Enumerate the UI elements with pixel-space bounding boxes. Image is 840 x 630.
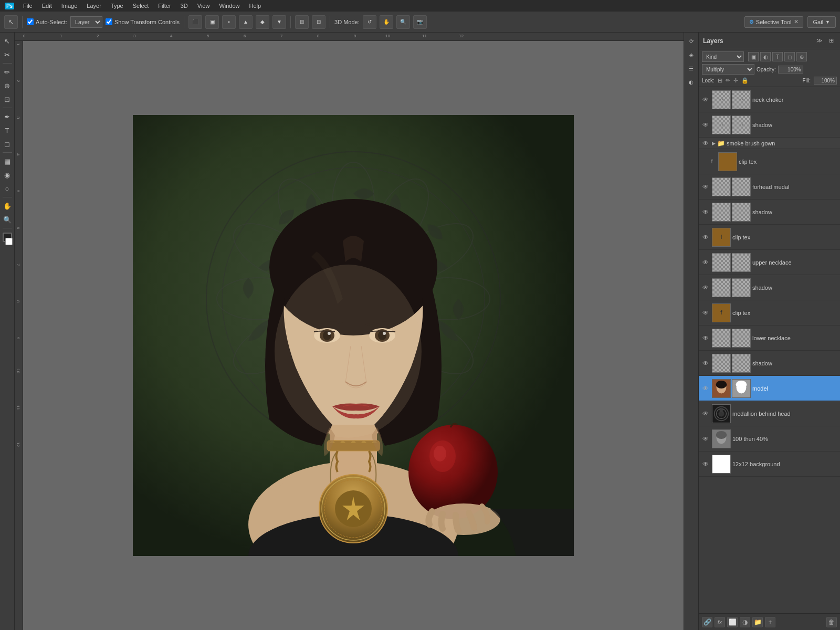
pen-tool[interactable]: ✒ xyxy=(1,110,14,123)
canvas-background[interactable] xyxy=(23,41,684,630)
align-right-btn[interactable]: ▪ xyxy=(222,15,236,29)
layer-adjustment-btn[interactable]: ◑ xyxy=(740,617,750,627)
eye-shadow-4[interactable]: 👁 xyxy=(701,359,710,368)
distribute-v-btn[interactable]: ⊟ xyxy=(312,15,326,29)
brush-tool[interactable]: ✏ xyxy=(1,66,14,78)
layer-12x12-background[interactable]: 👁 12x12 background xyxy=(699,452,840,477)
align-middle-btn[interactable]: ◆ xyxy=(256,15,269,29)
align-center-btn[interactable]: ▣ xyxy=(205,15,219,29)
layer-link-btn[interactable]: 🔗 xyxy=(702,617,712,627)
opacity-input[interactable] xyxy=(778,66,803,74)
lock-all-icon[interactable]: 🔒 xyxy=(741,77,749,84)
transform-check[interactable] xyxy=(106,18,112,25)
lock-transparent-icon[interactable]: ⊞ xyxy=(718,77,722,84)
menu-3d[interactable]: 3D xyxy=(176,2,192,10)
eye-upper-necklace[interactable]: 👁 xyxy=(701,258,710,267)
menu-view[interactable]: View xyxy=(193,2,214,10)
layer-clip-tex-1[interactable]: f clip tex xyxy=(699,149,840,174)
menu-layer[interactable]: Layer xyxy=(82,2,106,10)
eye-clip-tex-2[interactable]: 👁 xyxy=(701,233,710,242)
gradient-tool[interactable]: ▦ xyxy=(1,155,14,167)
layer-shadow-1[interactable]: 👁 ·· ·· shadow xyxy=(699,112,840,138)
dodge-tool[interactable]: ○ xyxy=(1,182,14,195)
auto-select-type[interactable]: Layer Group xyxy=(70,16,102,28)
menu-select[interactable]: Select xyxy=(129,2,153,10)
layer-forhead-medal[interactable]: 👁 · · forhead medal xyxy=(699,174,840,200)
eye-shadow-3[interactable]: 👁 xyxy=(701,283,710,292)
filter-smart-icon[interactable]: ⊕ xyxy=(796,52,807,61)
layer-shadow-2[interactable]: 👁 · · shadow xyxy=(699,200,840,225)
eye-clip-tex-1[interactable]: f xyxy=(707,157,717,166)
eye-neck-choker[interactable]: 👁 xyxy=(701,95,710,104)
crop-tool[interactable]: ✂ xyxy=(1,48,14,61)
background-color[interactable] xyxy=(5,238,13,245)
lock-position-icon[interactable]: ✛ xyxy=(733,77,738,84)
align-left-btn[interactable]: ⬛ xyxy=(188,15,202,29)
clone-tool[interactable]: ⊡ xyxy=(1,93,14,106)
layer-mask-btn[interactable]: ⬜ xyxy=(727,617,738,627)
selection-tool[interactable]: ↖ xyxy=(1,35,14,47)
layer-clip-tex-2[interactable]: 👁 f clip tex xyxy=(699,225,840,250)
layer-new-btn[interactable]: + xyxy=(765,617,775,627)
eye-model[interactable]: 👁 xyxy=(701,384,710,393)
hand-tool[interactable]: ✋ xyxy=(1,200,14,212)
menu-image[interactable]: Image xyxy=(57,2,82,10)
filter-adjust-icon[interactable]: ◐ xyxy=(760,52,771,61)
filter-type-icon[interactable]: T xyxy=(772,52,783,61)
3d-pan-btn[interactable]: ✋ xyxy=(380,15,393,29)
distribute-h-btn[interactable]: ⊞ xyxy=(295,15,309,29)
kind-select[interactable]: Kind xyxy=(702,51,744,62)
layer-100-then-40[interactable]: 👁 100 then 40% xyxy=(699,426,840,452)
menu-help[interactable]: Help xyxy=(245,2,266,10)
eye-shadow-2[interactable]: 👁 xyxy=(701,207,710,217)
fill-input[interactable] xyxy=(814,77,837,85)
eye-12x12-background[interactable]: 👁 xyxy=(701,459,710,469)
layer-shadow-4[interactable]: 👁 · · shadow xyxy=(699,351,840,376)
text-tool[interactable]: T xyxy=(1,124,14,136)
layer-fx-btn[interactable]: fx xyxy=(715,617,725,627)
layers-panel-menu[interactable]: ≫ xyxy=(815,36,824,46)
layer-lower-necklace[interactable]: 👁 · · lower necklace xyxy=(699,326,840,351)
layer-delete-btn[interactable]: 🗑 xyxy=(826,617,837,627)
filter-pixel-icon[interactable]: ▣ xyxy=(748,52,759,61)
adjustments-icon[interactable]: ◐ xyxy=(685,76,698,88)
layer-group-btn[interactable]: 📁 xyxy=(752,617,763,627)
menu-window[interactable]: Window xyxy=(215,2,244,10)
move-tool-btn[interactable]: ↖ xyxy=(4,15,18,29)
eye-medallion[interactable]: 👁 xyxy=(701,409,710,418)
eye-100-then-40[interactable]: 👁 xyxy=(701,434,710,444)
library-icon[interactable]: ☰ xyxy=(685,62,698,75)
menu-type[interactable]: Type xyxy=(107,2,128,10)
menu-edit[interactable]: Edit xyxy=(38,2,56,10)
selective-tool-box[interactable]: ⚙ Selective Tool ✕ xyxy=(744,16,803,28)
align-top-btn[interactable]: ▲ xyxy=(239,15,253,29)
selective-tool-close[interactable]: ✕ xyxy=(794,18,799,25)
layer-model[interactable]: 👁 xyxy=(699,376,840,401)
eye-shadow-1[interactable]: 👁 xyxy=(701,120,710,130)
shape-tool[interactable]: ◻ xyxy=(1,138,14,150)
user-badge[interactable]: Gail ▼ xyxy=(807,16,836,28)
blend-mode-select[interactable]: Multiply Normal Screen Overlay xyxy=(702,64,754,75)
blur-tool[interactable]: ◉ xyxy=(1,169,14,181)
eye-group-smoke[interactable]: 👁 xyxy=(701,139,710,148)
3d-rotate-btn[interactable]: ↺ xyxy=(363,15,376,29)
properties-icon[interactable]: ◈ xyxy=(685,48,698,61)
transform-controls-checkbox[interactable]: Show Transform Controls xyxy=(106,18,180,25)
eye-lower-necklace[interactable]: 👁 xyxy=(701,333,710,343)
eye-clip-tex-3[interactable]: 👁 xyxy=(701,308,710,318)
eye-forhead-medal[interactable]: 👁 xyxy=(701,182,710,192)
canvas-image[interactable] xyxy=(133,115,574,556)
auto-select-checkbox[interactable]: Auto-Select: xyxy=(27,18,67,25)
menu-file[interactable]: File xyxy=(19,2,37,10)
layer-shadow-3[interactable]: 👁 · · shadow xyxy=(699,275,840,300)
healing-tool[interactable]: ⊕ xyxy=(1,79,14,92)
3d-camera-btn[interactable]: 📷 xyxy=(413,15,427,29)
zoom-tool[interactable]: 🔍 xyxy=(1,213,14,226)
menu-filter[interactable]: Filter xyxy=(154,2,175,10)
lock-pixels-icon[interactable]: ✏ xyxy=(726,77,730,84)
align-bottom-btn[interactable]: ▼ xyxy=(272,15,286,29)
history-icon[interactable]: ⟳ xyxy=(685,35,698,47)
filter-shape-icon[interactable]: ◻ xyxy=(784,52,795,61)
layer-clip-tex-3[interactable]: 👁 f clip tex xyxy=(699,300,840,326)
layer-neck-choker[interactable]: 👁 ·· ·· neck choker xyxy=(699,87,840,112)
